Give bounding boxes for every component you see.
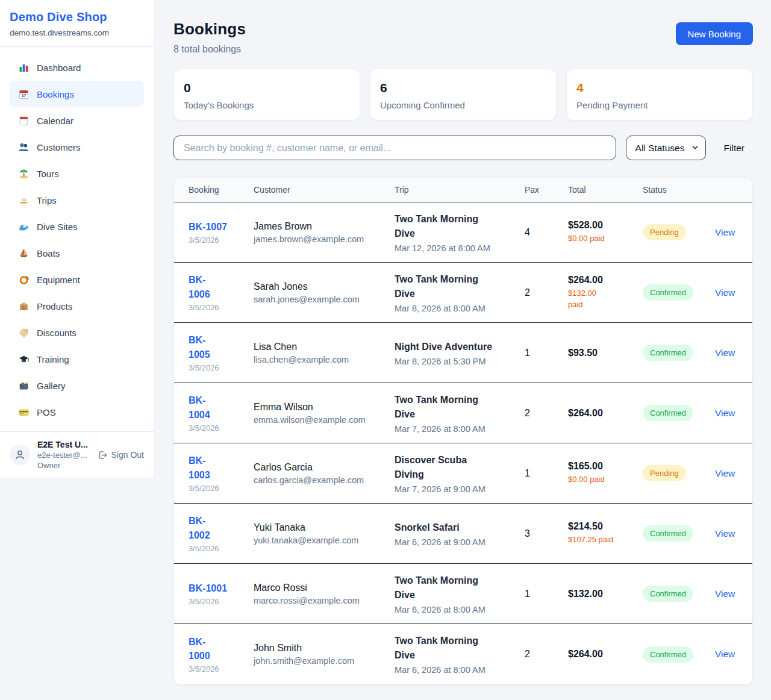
booking-date: 3/5/2026 (189, 484, 244, 493)
speedboat-icon (18, 195, 29, 205)
booking-id-link[interactable]: BK- 1005 (189, 333, 244, 361)
view-link[interactable]: View (715, 287, 738, 298)
camera-icon (18, 380, 29, 391)
sidebar-item-training[interactable]: Training (10, 346, 144, 372)
trip-datetime: Mar 8, 2026 at 5:30 PM (395, 357, 515, 366)
sidebar-item-bookings[interactable]: 17Bookings (10, 81, 144, 107)
view-link[interactable]: View (715, 227, 738, 238)
filter-button[interactable]: Filter (716, 143, 753, 154)
trip-name: Snorkel Safari (395, 520, 515, 535)
view-link[interactable]: View (715, 408, 738, 419)
booking-id-link[interactable]: BK- 1004 (189, 393, 244, 421)
sidebar-item-label: Tours (37, 169, 59, 179)
view-link[interactable]: View (715, 649, 738, 660)
trip-cell: Two Tank Morning Dive Mar 6, 2026 at 8:0… (395, 634, 515, 675)
booking-id-link[interactable]: BK-1001 (189, 581, 244, 595)
sign-out-button[interactable]: Sign Out (98, 450, 144, 460)
status-badge: Confirmed (643, 345, 693, 361)
sidebar-item-products[interactable]: Products (10, 293, 144, 319)
sidebar-item-customers[interactable]: Customers (10, 134, 144, 160)
brand-name: Demo Dive Shop (10, 10, 144, 24)
view-link[interactable]: View (715, 589, 738, 599)
sidebar-item-dive-sites[interactable]: Dive Sites (10, 213, 144, 240)
customer-name: Yuki Tanaka (254, 522, 385, 533)
sidebar-item-trips[interactable]: Trips (10, 187, 144, 213)
tag-icon (18, 327, 29, 338)
trip-datetime: Mar 7, 2026 at 8:00 AM (395, 424, 515, 434)
stat-label: Upcoming Confirmed (380, 100, 546, 110)
table-header-row: BookingCustomerTripPaxTotalStatus (174, 178, 752, 202)
booking-cell: BK- 1003 3/5/2026 (189, 454, 244, 492)
sidebar-item-boats[interactable]: Boats (10, 240, 144, 266)
stat-card-upcoming-confirmed: 6Upcoming Confirmed (370, 69, 557, 120)
status-cell: Confirmed (643, 345, 705, 361)
credit-card-icon (18, 407, 29, 417)
customer-name: Emma Wilson (254, 402, 385, 413)
stat-card-today-s-bookings: 0Today's Bookings (173, 69, 360, 120)
calendar-17-icon: 17 (18, 89, 29, 99)
column-header-pax: Pax (525, 185, 558, 195)
trip-name: Two Tank Morning Dive (395, 634, 515, 663)
customer-name: Marco Rossi (254, 583, 385, 593)
user-name: E2E Test U... (37, 440, 88, 449)
paid-amount: $0.00 paid (568, 233, 633, 245)
status-cell: Confirmed (643, 284, 705, 301)
status-select[interactable]: All Statuses (626, 136, 706, 160)
sidebar-item-gallery[interactable]: Gallery (10, 372, 144, 399)
island-icon (18, 168, 29, 179)
customer-email: marco.rossi@example.com (254, 596, 385, 605)
search-input[interactable] (173, 136, 616, 160)
pax-value: 1 (525, 348, 558, 358)
status-badge: Confirmed (643, 586, 693, 602)
sidebar-item-label: Discounts (37, 328, 76, 338)
sidebar-item-label: Gallery (37, 381, 66, 391)
sidebar-item-dashboard[interactable]: Dashboard (10, 54, 144, 81)
customer-cell: John Smith john.smith@example.com (254, 643, 385, 666)
booking-id-link[interactable]: BK- 1000 (189, 635, 244, 663)
booking-id-link[interactable]: BK- 1006 (189, 273, 244, 301)
svg-text:17: 17 (21, 93, 26, 98)
status-badge: Pending (643, 224, 686, 240)
total-cell: $264.00 $132.00 paid (568, 275, 633, 311)
stat-label: Pending Payment (576, 100, 743, 110)
column-header-booking: Booking (189, 185, 244, 195)
view-link[interactable]: View (715, 528, 738, 539)
user-block: E2E Test U... e2e-tester@... Owner Sign … (0, 431, 154, 478)
table-row: BK- 1004 3/5/2026 Emma Wilson emma.wilso… (174, 383, 752, 443)
calendar-page-icon (18, 115, 29, 126)
status-badge: Pending (643, 465, 686, 481)
booking-date: 3/5/2026 (189, 236, 244, 245)
sidebar-item-tours[interactable]: Tours (10, 160, 144, 187)
total-cell: $132.00 (568, 589, 633, 599)
sidebar-item-discounts[interactable]: Discounts (10, 319, 144, 346)
view-link[interactable]: View (715, 348, 738, 358)
trip-name: Two Tank Morning Dive (395, 573, 515, 602)
trip-datetime: Mar 12, 2026 at 8:00 AM (395, 243, 515, 253)
new-booking-button[interactable]: New Booking (676, 22, 753, 45)
booking-id-link[interactable]: BK-1007 (189, 220, 244, 234)
customer-cell: Yuki Tanaka yuki.tanaka@example.com (254, 522, 385, 545)
table-body: BK-1007 3/5/2026 James Brown james.brown… (174, 202, 752, 684)
booking-id-link[interactable]: BK- 1003 (189, 454, 244, 481)
booking-id-link[interactable]: BK- 1002 (189, 514, 244, 542)
sidebar-item-calendar[interactable]: Calendar (10, 107, 144, 134)
users-icon (18, 142, 29, 152)
customer-email: emma.wilson@example.com (254, 415, 385, 425)
user-role: Owner (37, 461, 88, 470)
sidebar-header: Demo Dive Shop demo.test.divestreams.com (0, 0, 154, 47)
sidebar-item-label: Products (37, 301, 72, 311)
dive-mask-icon (18, 274, 29, 285)
view-link[interactable]: View (715, 468, 738, 479)
page-title: Bookings (173, 20, 246, 39)
sidebar-nav: Dashboard17BookingsCalendarCustomersTour… (0, 47, 154, 431)
booking-cell: BK-1001 3/5/2026 (189, 581, 244, 606)
sidebar-item-label: Dive Sites (37, 222, 78, 232)
sidebar-item-pos[interactable]: POS (10, 399, 144, 425)
table-row: BK- 1003 3/5/2026 Carlos Garcia carlos.g… (174, 443, 752, 504)
pax-value: 3 (525, 528, 558, 539)
status-badge: Confirmed (643, 646, 693, 663)
pax-value: 4 (525, 227, 558, 238)
customer-cell: Emma Wilson emma.wilson@example.com (254, 402, 385, 425)
sidebar-item-equipment[interactable]: Equipment (10, 266, 144, 293)
stat-value: 4 (576, 81, 743, 95)
